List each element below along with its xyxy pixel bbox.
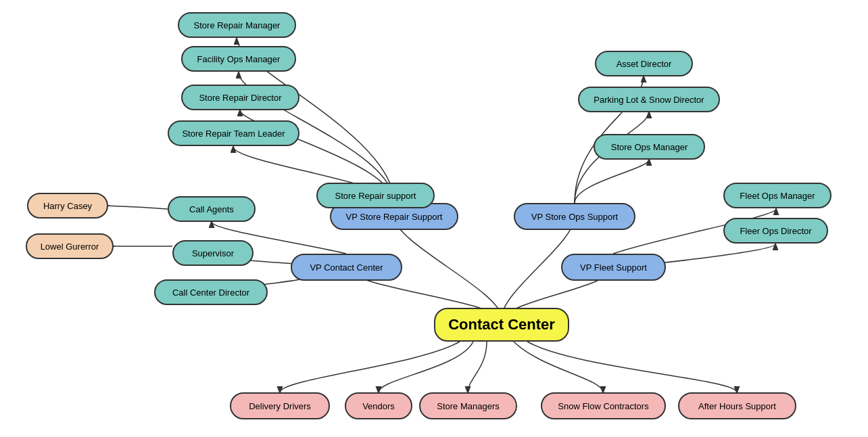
node-vendors: Vendors	[345, 392, 412, 419]
node-after_hours: After Hours Support	[678, 392, 796, 419]
node-vp_store_ops: VP Store Ops Support	[514, 203, 635, 230]
node-harry_casey: Harry Casey	[27, 193, 108, 218]
node-store_repair_director: Store Repair Director	[181, 85, 299, 110]
node-supervisor: Supervisor	[172, 240, 254, 266]
node-store_ops_manager: Store Ops Manager	[594, 134, 705, 160]
node-fleet_ops_director: Fleer Ops Director	[723, 218, 828, 244]
node-parking_snow: Parking Lot & Snow Director	[578, 87, 720, 112]
node-vp_fleet: VP Fleet Support	[561, 254, 666, 281]
node-facility_ops_manager: Facility Ops Manager	[181, 46, 296, 72]
node-store_repair_support: Store Repair support	[316, 183, 435, 208]
node-store_managers: Store Managers	[419, 392, 517, 419]
node-lowel_gurerror: Lowel Gurerror	[26, 233, 114, 259]
node-fleet_ops_manager: Fleet Ops Manager	[723, 183, 831, 208]
mind-map-diagram: Contact CenterVP Store Repair SupportVP …	[0, 0, 868, 437]
node-asset_director: Asset Director	[595, 51, 693, 76]
node-delivery_drivers: Delivery Drivers	[230, 392, 330, 419]
node-call_agents: Call Agents	[168, 196, 256, 222]
node-contact_center: Contact Center	[434, 308, 569, 342]
node-vp_contact_center: VP Contact Center	[291, 254, 402, 281]
node-store_repair_team_leader: Store Repair Team Leader	[168, 120, 299, 146]
node-snow_flow: Snow Flow Contractors	[541, 392, 666, 419]
node-call_center_director: Call Center Director	[154, 279, 268, 305]
node-store_repair_manager: Store Repair Manager	[178, 12, 296, 38]
